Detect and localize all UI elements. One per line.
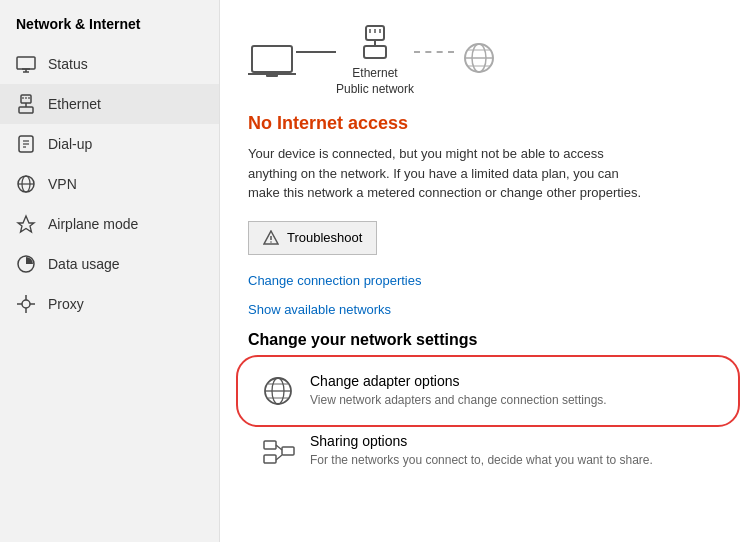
adapter-desc: View network adapters and change connect… (310, 392, 716, 409)
ethernet-icon (16, 94, 36, 114)
sidebar-item-status[interactable]: Status (0, 44, 219, 84)
svg-rect-23 (252, 46, 292, 72)
change-connection-link[interactable]: Change connection properties (248, 273, 728, 288)
sidebar-item-ethernet-label: Ethernet (48, 96, 101, 112)
sidebar-item-ethernet[interactable]: Ethernet (0, 84, 219, 124)
sidebar-item-dialup-label: Dial-up (48, 136, 92, 152)
no-internet-title: No Internet access (248, 113, 728, 134)
change-adapter-item[interactable]: Change adapter options View network adap… (248, 363, 728, 419)
sharing-title: Sharing options (310, 433, 716, 449)
troubleshoot-button[interactable]: Troubleshoot (248, 221, 377, 255)
sidebar-item-vpn-label: VPN (48, 176, 77, 192)
svg-rect-0 (17, 57, 35, 69)
diagram-line-solid (296, 51, 336, 53)
sidebar-item-status-label: Status (48, 56, 88, 72)
adapter-icon (260, 373, 296, 409)
sidebar-item-vpn[interactable]: VPN (0, 164, 219, 204)
adapter-title: Change adapter options (310, 373, 716, 389)
warning-icon (263, 230, 279, 246)
proxy-icon (16, 294, 36, 314)
network-settings-title: Change your network settings (248, 331, 728, 349)
svg-rect-31 (364, 46, 386, 58)
diagram-globe (454, 42, 504, 80)
svg-line-48 (276, 455, 282, 460)
diagram-ethernet-label: Ethernet Public network (336, 66, 414, 97)
diagram-line-dashed (414, 51, 454, 53)
dialup-icon (16, 134, 36, 154)
sidebar-item-dialup[interactable]: Dial-up (0, 124, 219, 164)
no-internet-desc: Your device is connected, but you might … (248, 144, 648, 203)
sharing-text: Sharing options For the networks you con… (310, 433, 716, 469)
adapter-options-wrapper: Change adapter options View network adap… (248, 363, 728, 419)
svg-rect-9 (19, 107, 33, 113)
svg-rect-46 (282, 447, 294, 455)
datausage-icon (16, 254, 36, 274)
network-diagram: Ethernet Public network (248, 24, 728, 97)
vpn-icon (16, 174, 36, 194)
svg-point-18 (22, 300, 30, 308)
sidebar-item-airplane-label: Airplane mode (48, 216, 138, 232)
status-icon (16, 54, 36, 74)
diagram-laptop (248, 42, 296, 80)
show-networks-link[interactable]: Show available networks (248, 302, 728, 317)
diagram-ethernet: Ethernet Public network (336, 24, 414, 97)
main-content: Ethernet Public network No Internet acce… (220, 0, 756, 542)
svg-rect-44 (264, 441, 276, 449)
sharing-desc: For the networks you connect to, decide … (310, 452, 716, 469)
sharing-options-item[interactable]: Sharing options For the networks you con… (248, 423, 728, 479)
sidebar-item-proxy[interactable]: Proxy (0, 284, 219, 324)
sidebar: Network & Internet Status Ethernet (0, 0, 220, 542)
sidebar-item-datausage-label: Data usage (48, 256, 120, 272)
adapter-text: Change adapter options View network adap… (310, 373, 716, 409)
sidebar-item-datausage[interactable]: Data usage (0, 244, 219, 284)
sidebar-item-proxy-label: Proxy (48, 296, 84, 312)
svg-point-38 (270, 241, 272, 243)
sidebar-item-airplane[interactable]: Airplane mode (0, 204, 219, 244)
svg-line-47 (276, 445, 282, 450)
airplane-icon (16, 214, 36, 234)
svg-rect-25 (266, 74, 278, 77)
svg-rect-45 (264, 455, 276, 463)
sharing-icon (260, 433, 296, 469)
sidebar-title: Network & Internet (0, 0, 219, 44)
